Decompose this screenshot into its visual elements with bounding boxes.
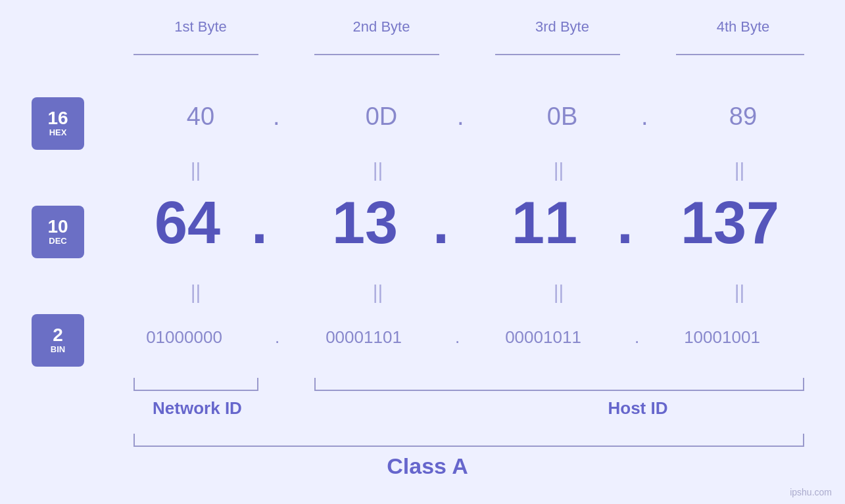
eq-hex-dec-1: || <box>178 159 214 181</box>
eq-dec-bin-2: || <box>360 281 396 304</box>
dot-bin-3: . <box>635 327 639 348</box>
hex-val-4: 89 <box>684 103 802 131</box>
bracket-host-id <box>314 378 804 391</box>
bin-badge: 2 BIN <box>32 314 84 367</box>
eq-hex-dec-4: || <box>721 159 758 181</box>
bracket-byte4 <box>676 54 804 55</box>
eq-dec-bin-1: || <box>178 281 214 304</box>
label-1st-byte: 1st Byte <box>141 18 260 35</box>
dec-val-1: 64 <box>115 189 260 257</box>
bin-val-2: 00001101 <box>285 327 443 348</box>
dec-badge: 10 DEC <box>32 206 84 258</box>
bin-badge-lbl: BIN <box>51 344 65 355</box>
hex-badge-lbl: HEX <box>49 127 67 138</box>
dot-dec-2: . <box>433 189 449 257</box>
hex-val-3: 0B <box>503 103 621 131</box>
hex-badge-num: 16 <box>47 109 68 127</box>
label-3rd-byte: 3rd Byte <box>503 18 621 35</box>
bracket-byte1 <box>133 54 258 55</box>
dec-val-3: 11 <box>472 189 617 257</box>
network-id-label: Network ID <box>132 398 263 419</box>
dec-badge-lbl: DEC <box>49 236 66 246</box>
bracket-byte3 <box>495 54 620 55</box>
label-2nd-byte: 2nd Byte <box>322 18 441 35</box>
hex-val-2: 0D <box>322 103 441 131</box>
main-container: 1st Byte 2nd Byte 3rd Byte 4th Byte 16 H… <box>0 0 845 504</box>
dot-hex-2: . <box>457 103 464 131</box>
eq-hex-dec-3: || <box>541 159 577 181</box>
dec-badge-num: 10 <box>47 218 68 236</box>
class-a-label: Class A <box>263 453 592 479</box>
eq-dec-bin-3: || <box>541 281 577 304</box>
bracket-byte2 <box>314 54 439 55</box>
dec-val-2: 13 <box>293 189 437 257</box>
bin-val-3: 00001011 <box>464 327 622 348</box>
dot-dec-1: . <box>251 189 268 257</box>
hex-val-1: 40 <box>141 103 260 131</box>
dot-bin-2: . <box>455 327 460 348</box>
dot-hex-1: . <box>273 103 280 131</box>
bracket-network-id <box>133 378 258 391</box>
eq-dec-bin-4: || <box>721 281 758 304</box>
bin-val-4: 10001001 <box>643 327 801 348</box>
bracket-class-a <box>133 434 804 447</box>
dec-val-4: 137 <box>644 189 815 257</box>
host-id-label: Host ID <box>473 398 802 419</box>
watermark: ipshu.com <box>790 487 832 497</box>
bin-val-1: 01000000 <box>105 327 263 348</box>
hex-badge: 16 HEX <box>32 97 84 150</box>
label-4th-byte: 4th Byte <box>684 18 802 35</box>
dot-hex-3: . <box>641 103 648 131</box>
bin-badge-num: 2 <box>53 326 63 344</box>
dot-dec-3: . <box>617 189 633 257</box>
eq-hex-dec-2: || <box>360 159 396 181</box>
dot-bin-1: . <box>275 327 279 348</box>
